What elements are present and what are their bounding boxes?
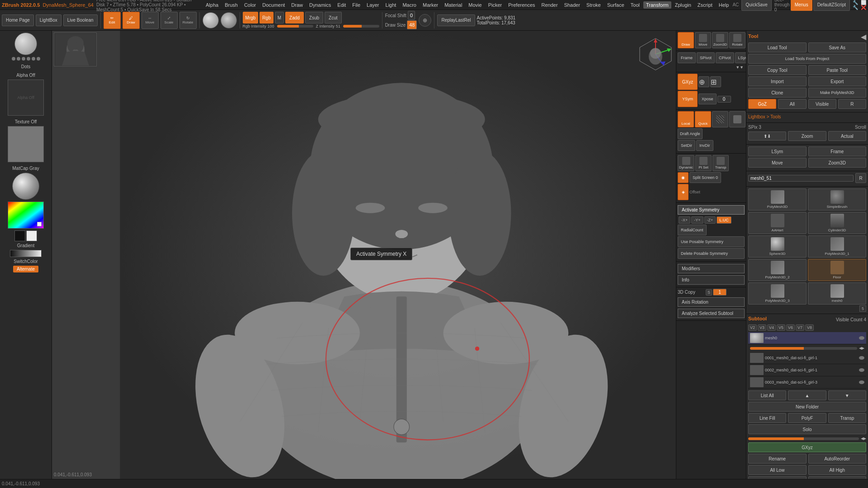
v7-btn[interactable]: V7 bbox=[796, 324, 804, 331]
import-btn[interactable]: Import bbox=[748, 76, 807, 86]
local-btn[interactable]: Local bbox=[678, 111, 694, 127]
default-script-button[interactable]: DefaultZScript bbox=[813, 0, 850, 11]
v4-btn[interactable]: V4 bbox=[767, 324, 776, 331]
all-high-btn[interactable]: All High bbox=[808, 465, 867, 475]
frame-right-btn[interactable]: Frame bbox=[808, 146, 867, 156]
focal-shift-value[interactable]: 0 bbox=[408, 11, 415, 20]
brush-preview[interactable] bbox=[14, 33, 37, 55]
scroll-btn[interactable]: ⬆⬇ bbox=[748, 131, 786, 141]
menu-shader[interactable]: Shader bbox=[561, 1, 583, 9]
split-screen-btn[interactable]: Split Screen 0 bbox=[689, 172, 721, 183]
y-axis-btn[interactable]: -Y+ bbox=[691, 216, 703, 224]
xpose-value[interactable]: 0 bbox=[717, 96, 731, 103]
zoom3d-btn[interactable]: Zoom3D bbox=[712, 32, 728, 48]
z-axis-btn[interactable]: -Z+ bbox=[704, 216, 716, 224]
quick-btn[interactable]: Quick bbox=[695, 111, 711, 127]
zadd-btn[interactable]: Zadd bbox=[285, 12, 304, 23]
transp-btn[interactable]: Transp bbox=[712, 155, 729, 171]
menu-tool[interactable]: Tool bbox=[628, 1, 642, 9]
alpha-preview[interactable]: Alpha Off bbox=[8, 80, 44, 116]
menu-movie[interactable]: Movie bbox=[466, 1, 484, 9]
dynamic-icon-btn[interactable]: Dynamic bbox=[678, 155, 694, 171]
delete-posable-btn[interactable]: Delete Posable Symmetry bbox=[678, 248, 745, 259]
menu-light[interactable]: Light bbox=[383, 1, 399, 9]
z-intensity-slider[interactable] bbox=[343, 25, 379, 28]
scale-tool-btn[interactable]: ⤢Scale bbox=[160, 12, 178, 29]
all-btn[interactable]: All bbox=[778, 99, 806, 109]
tool-grid-item-polymesh3d2[interactable]: PolyMesh3D_2 bbox=[748, 259, 807, 281]
line-fill-btn[interactable]: Line Fill bbox=[748, 413, 786, 423]
menu-macro[interactable]: Macro bbox=[400, 1, 419, 9]
v6-btn[interactable]: V6 bbox=[786, 324, 795, 331]
load-from-project-btn[interactable]: Load Tools From Project bbox=[748, 54, 866, 64]
texture-preview[interactable] bbox=[8, 126, 44, 162]
switch-color-label[interactable]: SwitchColor bbox=[14, 259, 38, 264]
goz-btn[interactable]: GoZ bbox=[748, 99, 776, 109]
lightbox-tab[interactable]: LightBox bbox=[36, 14, 61, 26]
menu-zplugin[interactable]: Zplugin bbox=[672, 1, 694, 9]
home-page-tab[interactable]: Home Page bbox=[2, 14, 34, 26]
poly-f-btn[interactable]: PolyF bbox=[788, 413, 826, 423]
arrow-down-btn[interactable]: ▼ bbox=[828, 390, 866, 400]
mesh-name-display[interactable]: mesh0_51 bbox=[748, 175, 854, 182]
gxyz-btn[interactable]: GXyz bbox=[678, 74, 698, 90]
subtool-visibility-0003[interactable] bbox=[859, 380, 864, 384]
tool-grid-item-polymesh3d1[interactable]: PolyMesh3D_1 bbox=[808, 235, 866, 258]
transp-right-btn[interactable]: Transp bbox=[828, 413, 866, 423]
menu-stroke[interactable]: Stroke bbox=[584, 1, 604, 9]
list-all-btn[interactable]: List All bbox=[748, 390, 786, 400]
tool-grid-item-sphere3d[interactable]: Sphere3D bbox=[748, 235, 807, 258]
tool-close-icon[interactable]: ◀ bbox=[861, 33, 866, 41]
rotate-tool-btn[interactable]: ↻Rotate bbox=[179, 12, 197, 29]
menu-zscript[interactable]: Zscript bbox=[695, 1, 715, 9]
tool-grid-item-aahart[interactable]: AAHart bbox=[748, 212, 807, 234]
edit-tool-btn[interactable]: ✏Edit bbox=[104, 12, 121, 29]
menu-brush[interactable]: Brush bbox=[222, 1, 241, 9]
menu-draw[interactable]: Draw bbox=[288, 1, 306, 9]
subtool-item-mesh0[interactable]: mesh0 bbox=[748, 332, 866, 344]
frame-btn[interactable]: Frame bbox=[678, 52, 696, 63]
use-posable-btn[interactable]: Use Posable Symmetry bbox=[678, 236, 745, 247]
y-sym-btn[interactable]: YSym bbox=[678, 91, 698, 107]
move-right-btn[interactable]: Move bbox=[748, 158, 807, 168]
m-btn[interactable]: M bbox=[275, 12, 284, 23]
auto-reorder-btn[interactable]: AutoReorder bbox=[808, 454, 867, 464]
make-polymesh3d-btn[interactable]: Make PolyMesh3D bbox=[808, 88, 867, 98]
brush-sphere-preview[interactable] bbox=[203, 12, 219, 28]
sym-btn2[interactable]: ⊞ bbox=[710, 76, 721, 87]
set-dir-btn[interactable]: SetDir bbox=[678, 140, 695, 151]
stroke-preview[interactable] bbox=[221, 12, 237, 28]
menu-picker[interactable]: Picker bbox=[486, 1, 505, 9]
v5-btn[interactable]: V5 bbox=[777, 324, 785, 331]
zsub-btn[interactable]: Zsub bbox=[305, 12, 323, 23]
l-sym-right-btn[interactable]: LSym bbox=[748, 146, 807, 156]
export-btn[interactable]: Export bbox=[808, 76, 867, 86]
canvas-area[interactable]: Activate Symmetry X 0.041,-0.611,0.093 bbox=[52, 31, 746, 479]
v8-btn[interactable]: V8 bbox=[805, 324, 814, 331]
menu-transform[interactable]: Transform bbox=[643, 1, 671, 9]
clone-btn[interactable]: Clone bbox=[748, 88, 807, 98]
menu-help[interactable]: Help bbox=[716, 1, 732, 9]
r-btn[interactable]: R bbox=[838, 99, 866, 109]
draw-btn[interactable]: Draw bbox=[678, 32, 694, 48]
draft-angle-btn[interactable]: Draft Angle bbox=[678, 128, 703, 139]
v3-btn[interactable]: V3 bbox=[758, 324, 766, 331]
matcap-preview[interactable] bbox=[12, 173, 39, 200]
subtool-item-0002[interactable]: 0002_mesh0_dat-sci-fi_girl-1 bbox=[748, 364, 866, 376]
live-boolean-tab[interactable]: Live Boolean bbox=[63, 14, 98, 26]
analyze-subtool-btn[interactable]: Analyze Selected Subtool bbox=[678, 309, 745, 318]
xpose-icon-btn[interactable]: ⊕ bbox=[698, 76, 709, 87]
subtool-item-0001[interactable]: 0001_mesh0_dat-sci-fi_girl-1 bbox=[748, 352, 866, 364]
zoom3d-right-btn[interactable]: Zoom3D bbox=[808, 158, 867, 168]
rotate-btn[interactable]: Rotate bbox=[729, 32, 745, 48]
tool-grid-item-mesh0[interactable]: mesh0 bbox=[808, 282, 866, 305]
xpose-btn[interactable]: Xpose bbox=[698, 94, 717, 104]
copy-tool-btn[interactable]: Copy Tool bbox=[748, 65, 807, 75]
line-fill-icon-btn[interactable] bbox=[712, 111, 728, 127]
draw-size-value[interactable]: 48 bbox=[407, 20, 417, 29]
menu-marker[interactable]: Marker bbox=[420, 1, 441, 9]
3d-copy-s-btn[interactable]: S bbox=[706, 289, 712, 296]
color-picker[interactable] bbox=[8, 202, 44, 229]
solid-icon-btn[interactable] bbox=[729, 111, 745, 127]
gxyz-right-btn[interactable]: GXyz bbox=[748, 442, 866, 452]
